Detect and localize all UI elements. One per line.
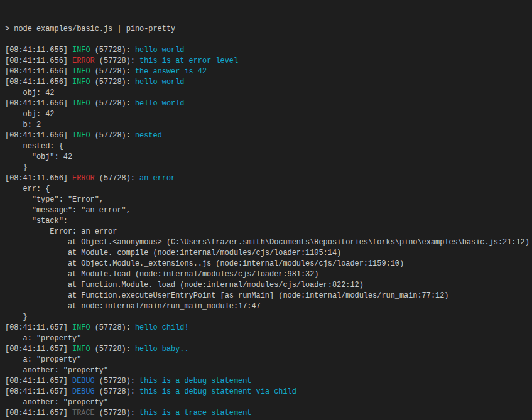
log-text: at Function.Module._load (node:internal/…: [5, 281, 364, 289]
log-message: nested: [135, 131, 162, 140]
log-detail-line: "obj": 42: [5, 152, 532, 163]
log-message: this is at error level: [139, 57, 238, 65]
log-level: DEBUG: [72, 387, 95, 396]
log-detail-line: "message": "an error",: [5, 205, 532, 216]
log-text: obj: 42: [5, 110, 55, 119]
log-message: this is a trace statement: [139, 409, 251, 417]
log-message: this is a debug statement: [139, 377, 251, 385]
command-line: > node examples/basic.js | pino-pretty: [5, 24, 532, 35]
log-text: "type": "Error",: [5, 195, 104, 204]
log-text: "stack":: [5, 217, 68, 225]
log-timestamp: [08:41:11.656]: [5, 99, 72, 108]
log-detail-line: another: "property": [5, 397, 532, 408]
log-text: at Object.<anonymous> (C:\Users\frazer.s…: [5, 238, 529, 247]
log-level: DEBUG: [72, 377, 95, 385]
log-message: hello baby..: [135, 345, 189, 353]
log-message: hello child!: [135, 323, 189, 332]
log-text: Error: an error: [5, 227, 117, 236]
log-line: [08:41:11.655] INFO (57728): hello world: [5, 45, 532, 56]
log-detail-line: a: "property": [5, 355, 532, 365]
log-detail-line: }: [5, 312, 532, 323]
log-message: hello world: [135, 78, 185, 87]
log-text: > node examples/basic.js | pino-pretty: [5, 24, 175, 33]
log-detail-line: }: [5, 163, 532, 173]
log-line: [08:41:11.656] INFO (57728): nested: [5, 131, 532, 141]
log-timestamp: [08:41:11.657]: [5, 323, 72, 332]
log-level: INFO: [72, 99, 90, 108]
log-line: [08:41:11.656] ERROR (57728): an error: [5, 173, 532, 184]
log-pid: (57728):: [95, 409, 139, 417]
log-level: INFO: [72, 78, 90, 87]
log-line: [08:41:11.657] TRACE (57728): this is a …: [5, 408, 532, 419]
log-level: ERROR: [72, 57, 95, 65]
log-text: a: "property": [5, 355, 81, 364]
log-timestamp: [08:41:11.656]: [5, 67, 72, 76]
log-detail-line: at Object.Module._extensions..js (node:i…: [5, 259, 532, 269]
log-level: TRACE: [72, 409, 95, 417]
log-detail-line: err: {: [5, 184, 532, 195]
log-line: [08:41:11.656] INFO (57728): hello world: [5, 99, 532, 109]
log-level: INFO: [72, 67, 90, 76]
log-pid: (57728):: [95, 377, 139, 385]
log-text: }: [5, 163, 28, 172]
log-timestamp: [08:41:11.657]: [5, 409, 72, 417]
log-message: hello world: [135, 99, 185, 108]
log-text: "message": "an error",: [5, 206, 131, 215]
log-text: b: 2: [5, 121, 41, 129]
log-level: INFO: [72, 323, 90, 332]
log-text: obj: 42: [5, 89, 55, 97]
log-detail-line: nested: {: [5, 141, 532, 152]
terminal-output[interactable]: > node examples/basic.js | pino-pretty […: [0, 0, 532, 420]
log-detail-line: b: 2: [5, 120, 532, 131]
log-detail-line: obj: 42: [5, 109, 532, 120]
log-pid: (57728):: [90, 131, 135, 140]
blank-line: [5, 35, 532, 45]
log-message: hello world: [135, 46, 185, 55]
log-text: }: [5, 313, 28, 321]
log-line: [08:41:11.657] INFO (57728): hello baby.…: [5, 344, 532, 355]
log-detail-line: obj: 42: [5, 88, 532, 99]
log-text: another: "property": [5, 366, 108, 375]
log-timestamp: [08:41:11.656]: [5, 174, 72, 183]
log-timestamp: [08:41:11.657]: [5, 345, 72, 353]
log-text: at Function.executeUserEntryPoint [as ru…: [5, 291, 448, 300]
log-timestamp: [08:41:11.657]: [5, 387, 72, 396]
log-pid: (57728):: [95, 174, 139, 183]
log-text: at Module.load (node:internal/modules/cj…: [5, 270, 319, 279]
log-pid: (57728):: [95, 57, 139, 65]
log-timestamp: [08:41:11.656]: [5, 57, 72, 65]
log-level: INFO: [72, 46, 90, 55]
log-line: [08:41:11.657] DEBUG (57728): this is a …: [5, 387, 532, 397]
log-timestamp: [08:41:11.656]: [5, 78, 72, 87]
log-text: at node:internal/main/run_main_module:17…: [5, 302, 261, 311]
log-pid: (57728):: [90, 67, 135, 76]
log-message: an error: [139, 174, 175, 183]
log-pid: (57728):: [95, 387, 139, 396]
log-pid: (57728):: [90, 323, 135, 332]
log-detail-line: "stack":: [5, 216, 532, 227]
log-text: at Object.Module._extensions..js (node:i…: [5, 259, 404, 268]
log-level: ERROR: [72, 174, 95, 183]
log-text: at Module._compile (node:internal/module…: [5, 249, 341, 257]
log-message: the answer is 42: [135, 67, 207, 76]
log-text: another: "property": [5, 398, 108, 407]
log-timestamp: [08:41:11.657]: [5, 377, 72, 385]
log-line: [08:41:11.656] INFO (57728): the answer …: [5, 67, 532, 77]
log-line: [08:41:11.657] INFO (57728): hello child…: [5, 323, 532, 333]
log-detail-line: "type": "Error",: [5, 195, 532, 205]
log-text: "obj": 42: [5, 153, 72, 161]
log-line: [08:41:11.656] INFO (57728): hello world: [5, 77, 532, 88]
log-timestamp: [08:41:11.655]: [5, 46, 72, 55]
log-detail-line: at Module._compile (node:internal/module…: [5, 248, 532, 259]
log-pid: (57728):: [90, 46, 135, 55]
log-message: this is a debug statement via child: [139, 387, 296, 396]
log-line: [08:41:11.657] DEBUG (57728): this is a …: [5, 376, 532, 387]
log-level: INFO: [72, 131, 90, 140]
log-text: a: "property": [5, 334, 81, 343]
log-pid: (57728):: [90, 99, 135, 108]
log-detail-line: at Object.<anonymous> (C:\Users\frazer.s…: [5, 237, 532, 248]
log-text: err: {: [5, 185, 50, 193]
log-detail-line: Error: an error: [5, 227, 532, 237]
log-detail-line: another: "property": [5, 365, 532, 376]
log-pid: (57728):: [90, 345, 135, 353]
